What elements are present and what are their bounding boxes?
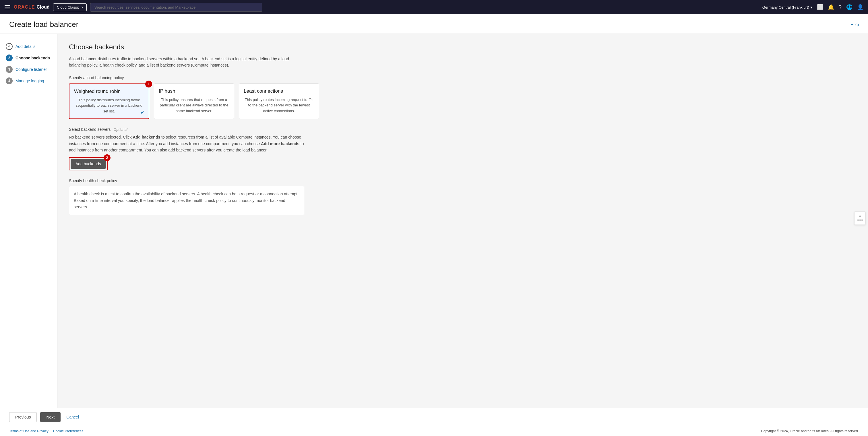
section-description: A load balancer distributes traffic to b…: [69, 56, 304, 69]
top-navigation: ORACLE Cloud Cloud Classic > Germany Cen…: [0, 0, 868, 14]
main-layout: Add details 2 Choose backends 3 Configur…: [0, 34, 868, 408]
add-backends-annotation-box: Add backends: [69, 157, 107, 170]
policy-cards: 1 Weighted round robin This policy distr…: [69, 83, 857, 119]
footer: Terms of Use and Privacy Cookie Preferen…: [0, 426, 868, 436]
backends-description: No backend servers selected. Click Add b…: [69, 134, 304, 153]
policy-title-weighted: Weighted round robin: [74, 89, 144, 94]
bottom-bar: Previous Next Cancel: [0, 408, 868, 426]
step-3-circle: 3: [6, 66, 12, 73]
health-label: Specify health check policy: [69, 178, 857, 183]
oracle-logo: ORACLE Cloud: [14, 5, 50, 10]
sidebar: Add details 2 Choose backends 3 Configur…: [0, 34, 57, 408]
add-backends-button[interactable]: Add backends: [71, 159, 106, 169]
help-widget-icon: ⊙: [859, 214, 861, 217]
sidebar-label-choose-backends: Choose backends: [16, 56, 50, 60]
policy-desc-least-connections: This policy routes incoming request traf…: [244, 97, 314, 114]
backends-desc-part1: No backend servers selected. Click: [69, 135, 133, 139]
help-widget[interactable]: ⊙ ⠿⠿⠿: [854, 211, 866, 225]
sidebar-item-add-details[interactable]: Add details: [0, 41, 57, 52]
region-selector[interactable]: Germany Central (Frankfurt) ▾: [763, 5, 812, 9]
cancel-button[interactable]: Cancel: [64, 412, 81, 422]
terminal-icon[interactable]: ⬜: [817, 4, 823, 10]
policy-title-least-connections: Least connections: [244, 88, 314, 94]
step-4-circle: 4: [6, 77, 12, 84]
content-area: Choose backends A load balancer distribu…: [57, 34, 868, 408]
cloud-classic-button[interactable]: Cloud Classic >: [53, 3, 87, 11]
sidebar-link-configure-listener[interactable]: Configure listener: [16, 67, 47, 72]
policy-desc-weighted: This policy distributes incoming traffic…: [74, 97, 144, 114]
health-description-text: A health check is a test to confirm the …: [74, 191, 299, 210]
globe-icon[interactable]: 🌐: [846, 4, 852, 10]
step-1-circle: [6, 43, 12, 50]
page-title: Create load balancer: [9, 20, 79, 29]
cloud-text: Cloud: [37, 5, 50, 10]
policy-title-ip-hash: IP hash: [159, 88, 229, 94]
user-icon[interactable]: 👤: [857, 4, 863, 10]
sidebar-item-manage-logging[interactable]: 4 Manage logging: [0, 75, 57, 87]
bell-icon[interactable]: 🔔: [828, 4, 834, 10]
footer-copyright: Copyright © 2024, Oracle and/or its affi…: [761, 429, 859, 433]
oracle-text: ORACLE: [14, 5, 35, 10]
footer-links: Terms of Use and Privacy Cookie Preferen…: [9, 429, 83, 433]
help-link[interactable]: Help: [850, 22, 859, 27]
add-backends-wrapper: Add backends 2: [69, 157, 107, 170]
policy-card-ip-hash[interactable]: IP hash This policy ensures that request…: [154, 83, 234, 119]
policy-card-least-connections[interactable]: Least connections This policy routes inc…: [239, 83, 319, 119]
backends-bold-1: Add backends: [133, 135, 160, 139]
section-title: Choose backends: [69, 43, 857, 51]
backends-bold-2: Add more backends: [261, 141, 299, 146]
annotation-badge-1: 1: [145, 80, 152, 88]
sidebar-link-add-details[interactable]: Add details: [16, 44, 35, 49]
backends-section: Select backend servers Optional No backe…: [69, 127, 857, 170]
policy-card-weighted-round-robin[interactable]: 1 Weighted round robin This policy distr…: [69, 83, 149, 119]
help-icon[interactable]: ?: [839, 4, 842, 10]
hamburger-menu[interactable]: [5, 5, 10, 9]
chevron-down-icon: ▾: [810, 5, 812, 9]
health-description-box: A health check is a test to confirm the …: [69, 186, 304, 215]
search-input[interactable]: [90, 3, 262, 12]
health-section: Specify health check policy A health che…: [69, 178, 857, 215]
cookie-link[interactable]: Cookie Preferences: [53, 429, 83, 433]
checkmark-icon: ✓: [141, 109, 145, 115]
next-button[interactable]: Next: [40, 412, 61, 422]
policy-label: Specify a load balancing policy: [69, 75, 857, 80]
step-2-circle: 2: [6, 55, 12, 61]
sidebar-item-choose-backends[interactable]: 2 Choose backends: [0, 52, 57, 64]
policy-desc-ip-hash: This policy ensures that requests from a…: [159, 97, 229, 114]
page-header: Create load balancer Help: [0, 14, 868, 34]
sidebar-link-manage-logging[interactable]: Manage logging: [16, 78, 44, 83]
previous-button[interactable]: Previous: [9, 412, 37, 422]
backends-label: Select backend servers Optional: [69, 127, 857, 132]
sidebar-item-configure-listener[interactable]: 3 Configure listener: [0, 64, 57, 75]
nav-right: Germany Central (Frankfurt) ▾ ⬜ 🔔 ? 🌐 👤: [763, 4, 863, 10]
optional-text: Optional: [113, 127, 127, 132]
terms-link[interactable]: Terms of Use and Privacy: [9, 429, 49, 433]
annotation-badge-2: 2: [104, 154, 111, 161]
help-widget-label: ⠿⠿⠿: [857, 219, 863, 222]
